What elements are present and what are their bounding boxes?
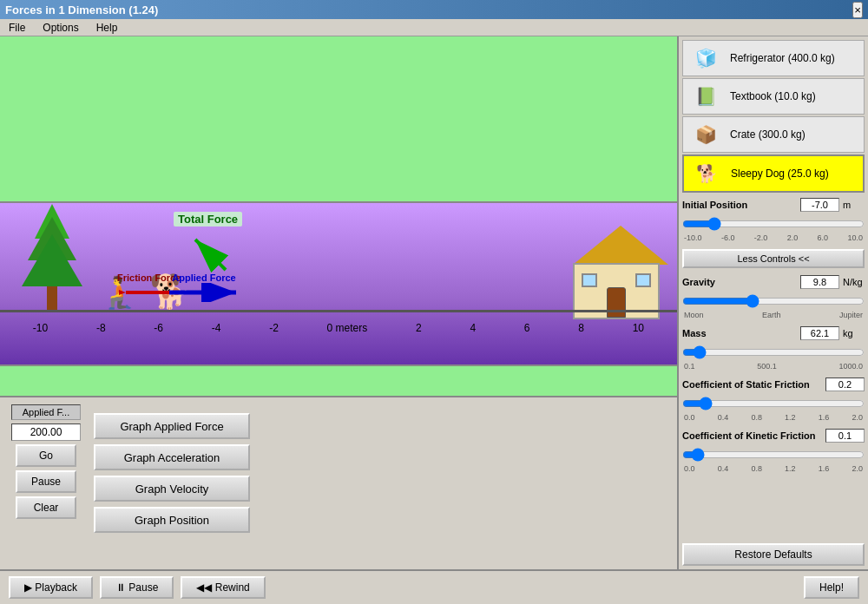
app-title: Forces in 1 Dimension (1.24) xyxy=(5,3,158,16)
applied-force-container: Applied Force xyxy=(165,272,243,302)
simulation-area: 🧎 🐕 Total Force xyxy=(0,36,677,569)
gravity-input[interactable] xyxy=(800,275,839,289)
graph-applied-force-button[interactable]: Graph Applied Force xyxy=(94,413,250,439)
playback-controls: ▶ Playback ⏸ Pause ◀◀ Rewind xyxy=(9,576,266,599)
gravity-earth: Earth xyxy=(762,311,781,319)
coeff-kinetic-friction-slider[interactable] xyxy=(682,448,865,462)
graph-position-button[interactable]: Graph Position xyxy=(94,507,250,533)
gravity-label: Gravity xyxy=(682,277,797,287)
controls-area: Applied F... 200.00 Go Pause Clear Graph… xyxy=(0,396,677,569)
gravity-unit: N/kg xyxy=(843,277,865,287)
pause-button[interactable]: Pause xyxy=(16,470,76,493)
sleepy-dog-icon: 🐕 xyxy=(689,160,724,187)
num--6: -6 xyxy=(154,322,163,334)
help-button[interactable]: Help! xyxy=(804,576,859,599)
applied-force-panel: Applied F... 200.00 Go Pause Clear xyxy=(7,404,85,519)
object-crate[interactable]: 📦 Crate (300.0 kg) xyxy=(682,116,865,153)
initial-position-slider[interactable] xyxy=(682,217,865,231)
num--8: -8 xyxy=(96,322,106,334)
graph-acceleration-button[interactable]: Graph Acceleration xyxy=(94,444,250,470)
less-controls-button[interactable]: Less Controls << xyxy=(682,249,865,268)
mass-ticks: 0.1500.11000.0 xyxy=(682,362,865,371)
textbook-icon: 📗 xyxy=(688,82,723,110)
num--10: -10 xyxy=(33,322,48,334)
coeff-static-friction-label: Coefficient of Static Friction xyxy=(682,379,822,390)
menu-help[interactable]: Help xyxy=(88,20,127,36)
sim-canvas: 🧎 🐕 Total Force xyxy=(0,36,677,396)
rewind-button[interactable]: ◀◀ Rewind xyxy=(181,576,265,599)
tree xyxy=(22,230,82,312)
gravity-slider[interactable] xyxy=(682,294,865,308)
refrigerator-icon: 🧊 xyxy=(688,44,723,72)
applied-force-label: Applied Force xyxy=(172,272,235,283)
num-10: 10 xyxy=(633,322,644,334)
object-sleepy-dog[interactable]: 🐕 Sleepy Dog (25.0 kg) xyxy=(682,154,865,193)
house-window-right xyxy=(635,273,651,287)
initial-position-row: Initial Position m xyxy=(682,198,865,212)
total-force-container: Total Force xyxy=(174,212,242,279)
num--2: -2 xyxy=(269,322,279,334)
graph-buttons-panel: Graph Applied Force Graph Acceleration G… xyxy=(94,404,250,533)
sleepy-dog-label: Sleepy Dog (25.0 kg) xyxy=(731,167,829,180)
coeff-static-friction-ticks: 0.00.40.81.21.62.0 xyxy=(682,413,865,422)
house-door xyxy=(607,287,626,318)
mass-slider-row: 0.1500.11000.0 xyxy=(682,345,865,371)
coeff-static-friction-input[interactable] xyxy=(825,378,865,391)
tree-top xyxy=(22,234,82,286)
object-refrigerator[interactable]: 🧊 Refrigerator (400.0 kg) xyxy=(682,40,865,76)
applied-arrow-svg xyxy=(165,283,243,302)
svg-line-1 xyxy=(195,240,226,270)
total-force-arrow-svg xyxy=(182,226,234,279)
right-panel: 🧊 Refrigerator (400.0 kg) 📗 Textbook (10… xyxy=(677,36,868,569)
pause-playback-button[interactable]: ⏸ Pause xyxy=(100,576,174,599)
mass-input[interactable] xyxy=(800,326,839,340)
gravity-moon: Moon xyxy=(684,311,704,319)
mass-label: Mass xyxy=(682,328,797,338)
graph-velocity-button[interactable]: Graph Velocity xyxy=(94,476,250,502)
num--4: -4 xyxy=(212,322,221,334)
applied-force-label-box: Applied F... xyxy=(11,404,81,420)
coeff-static-friction-slider[interactable] xyxy=(682,397,865,410)
initial-position-unit: m xyxy=(843,200,865,210)
coeff-kinetic-friction-ticks: 0.00.40.81.21.62.0 xyxy=(682,464,865,473)
clear-button[interactable]: Clear xyxy=(16,496,76,519)
menu-options[interactable]: Options xyxy=(34,20,87,36)
coeff-kinetic-friction-row: Coefficient of Kinetic Friction xyxy=(682,429,865,443)
coeff-kinetic-friction-input[interactable] xyxy=(825,429,865,443)
house-window-left xyxy=(582,273,597,287)
initial-position-input[interactable] xyxy=(800,198,839,212)
coeff-static-friction-slider-row: 0.00.40.81.21.62.0 xyxy=(682,397,865,422)
mass-unit: kg xyxy=(843,328,865,338)
floor-line xyxy=(0,310,677,312)
num-4: 4 xyxy=(470,322,476,334)
number-line: -10 -8 -6 -4 -2 0 meters 2 4 6 8 10 xyxy=(0,322,677,334)
tree-trunk xyxy=(47,286,57,312)
mass-slider[interactable] xyxy=(682,345,865,359)
object-textbook[interactable]: 📗 Textbook (10.0 kg) xyxy=(682,78,865,115)
title-bar: Forces in 1 Dimension (1.24) × xyxy=(0,0,868,19)
playback-bar: ▶ Playback ⏸ Pause ◀◀ Rewind Help! xyxy=(0,569,868,604)
total-force-label: Total Force xyxy=(174,212,242,226)
menu-file[interactable]: File xyxy=(0,20,34,36)
gravity-jupiter: Jupiter xyxy=(839,311,863,319)
applied-force-value: 200.00 xyxy=(11,423,81,441)
textbook-label: Textbook (10.0 kg) xyxy=(730,90,816,102)
num-8: 8 xyxy=(578,322,584,334)
house-roof xyxy=(573,226,668,265)
close-button[interactable]: × xyxy=(852,2,863,18)
playback-button[interactable]: ▶ Playback xyxy=(9,576,93,599)
restore-defaults-button[interactable]: Restore Defaults xyxy=(682,543,865,566)
initial-position-ticks: -10.0-6.0-2.02.06.010.0 xyxy=(682,233,865,242)
menu-bar: File Options Help xyxy=(0,19,868,36)
main-layout: 🧎 🐕 Total Force xyxy=(0,36,868,569)
refrigerator-label: Refrigerator (400.0 kg) xyxy=(730,52,835,64)
go-button[interactable]: Go xyxy=(16,444,76,467)
scene: 🧎 🐕 Total Force xyxy=(0,201,677,366)
gravity-labels: Moon Earth Jupiter xyxy=(682,311,865,319)
crate-icon: 📦 xyxy=(688,121,723,148)
gravity-row: Gravity N/kg xyxy=(682,275,865,289)
gravity-slider-row: Moon Earth Jupiter xyxy=(682,294,865,319)
coeff-kinetic-friction-slider-row: 0.00.40.81.21.62.0 xyxy=(682,448,865,473)
initial-position-slider-row: -10.0-6.0-2.02.06.010.0 xyxy=(682,217,865,242)
initial-position-label: Initial Position xyxy=(682,200,797,210)
